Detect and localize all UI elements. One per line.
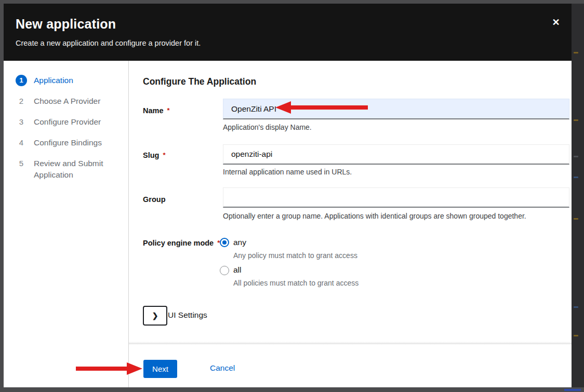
close-icon[interactable]: ✕ bbox=[550, 17, 562, 28]
step-label: Configure Bindings bbox=[34, 137, 102, 148]
step-number: 4 bbox=[16, 137, 27, 148]
name-helper-text: Application's display Name. bbox=[223, 123, 312, 131]
background-text-fragment bbox=[574, 119, 578, 121]
slug-label: Slug* bbox=[143, 151, 165, 159]
step-number: 1 bbox=[16, 75, 27, 86]
group-field[interactable] bbox=[223, 187, 569, 208]
name-field[interactable] bbox=[223, 99, 569, 119]
radio-all[interactable] bbox=[220, 266, 229, 275]
step-number: 2 bbox=[16, 96, 27, 107]
step-application[interactable]: 1 Application bbox=[4, 70, 128, 91]
background-link-fragment bbox=[564, 389, 581, 391]
background-page-strip bbox=[572, 4, 584, 387]
group-helper-text: Optionally enter a group name. Applicati… bbox=[223, 212, 526, 220]
required-marker: * bbox=[167, 106, 170, 114]
next-button[interactable]: Next bbox=[143, 360, 177, 378]
radio-any[interactable] bbox=[220, 238, 229, 247]
step-label: Configure Provider bbox=[34, 116, 101, 128]
radio-any-helper-text: Any policy must match to grant access bbox=[233, 251, 357, 260]
slug-field[interactable] bbox=[223, 144, 569, 165]
radio-all-label[interactable]: all bbox=[233, 265, 242, 275]
modal-subtitle: Create a new application and configure a… bbox=[16, 39, 540, 47]
step-configure-provider[interactable]: 3 Configure Provider bbox=[4, 112, 128, 132]
step-number: 5 bbox=[16, 158, 27, 169]
footer-divider bbox=[129, 342, 572, 344]
required-marker: * bbox=[163, 151, 165, 159]
background-text-fragment bbox=[574, 335, 578, 336]
background-text-fragment bbox=[574, 218, 578, 220]
modal-title: New application bbox=[16, 17, 540, 32]
page-title: Configure The Application bbox=[143, 76, 256, 87]
name-label: Name* bbox=[143, 106, 170, 115]
background-text-fragment bbox=[574, 306, 578, 308]
new-application-modal: New application Create a new application… bbox=[4, 4, 572, 387]
background-text-fragment bbox=[574, 156, 578, 157]
step-choose-a-provider[interactable]: 2 Choose A Provider bbox=[4, 91, 128, 112]
wizard-steps-sidebar: 1 Application 2 Choose A Provider 3 Conf… bbox=[4, 61, 129, 387]
wizard-content: Configure The Application Name* Applicat… bbox=[129, 61, 572, 387]
background-text-fragment bbox=[574, 52, 578, 53]
background-text-fragment bbox=[574, 177, 578, 178]
step-label: Review and Submit Application bbox=[34, 158, 113, 181]
modal-body: 1 Application 2 Choose A Provider 3 Conf… bbox=[4, 61, 572, 387]
ui-settings-expand-button[interactable]: ❯ bbox=[143, 306, 167, 326]
radio-all-helper-text: All policies must match to grant access bbox=[233, 279, 359, 287]
ui-settings-label: UI Settings bbox=[168, 310, 207, 320]
radio-any-label[interactable]: any bbox=[233, 238, 246, 247]
step-number: 3 bbox=[16, 116, 27, 128]
policy-engine-mode-label: Policy engine mode* bbox=[143, 239, 220, 247]
step-label: Choose A Provider bbox=[34, 96, 100, 107]
step-review-and-submit[interactable]: 5 Review and Submit Application bbox=[4, 153, 128, 185]
modal-header: New application Create a new application… bbox=[4, 4, 572, 61]
chevron-right-icon: ❯ bbox=[152, 312, 158, 320]
slug-helper-text: Internal application name used in URLs. bbox=[223, 168, 352, 176]
cancel-link[interactable]: Cancel bbox=[210, 363, 235, 373]
group-label: Group bbox=[143, 195, 166, 204]
page: New application Create a new application… bbox=[0, 0, 584, 392]
step-configure-bindings[interactable]: 4 Configure Bindings bbox=[4, 132, 128, 153]
step-label: Application bbox=[34, 75, 73, 86]
